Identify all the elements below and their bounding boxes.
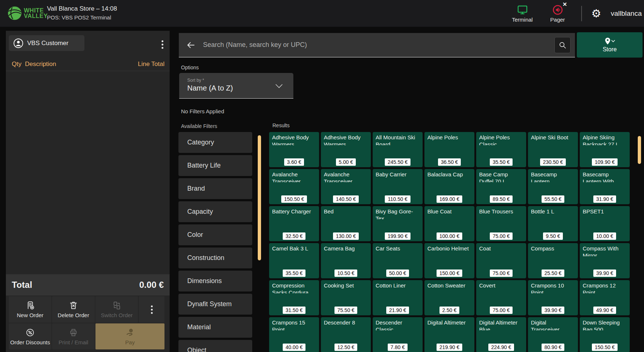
product-tile[interactable]: Bed 130.00 € xyxy=(321,206,371,241)
product-tile[interactable]: Avalanche Transceiver 150.50 € xyxy=(269,169,319,204)
filter-item[interactable]: Object xyxy=(178,340,252,352)
filter-item[interactable]: Dynafit System xyxy=(178,294,252,315)
product-tile[interactable]: BPSET1 10.00 € xyxy=(580,206,630,241)
product-tile[interactable]: Digital Altimeter 219.90 € xyxy=(424,317,474,352)
product-tile[interactable]: Descender Classic 7.80 € xyxy=(373,317,423,352)
filter-item[interactable]: Dimensions xyxy=(178,271,252,292)
product-tile[interactable]: Alpine Poles Classic 35.50 € xyxy=(476,132,526,167)
search-button[interactable] xyxy=(554,37,571,53)
product-price: 140.50 € xyxy=(333,195,359,203)
delete-order-button[interactable]: Delete Order xyxy=(52,296,95,323)
product-name: Bed xyxy=(321,206,371,219)
product-tile[interactable]: Adhesive Body Warmers 5.00 € xyxy=(321,132,371,167)
product-tile[interactable]: Cooking Set 75.50 € xyxy=(321,280,371,315)
product-tile[interactable]: Carbonio Helmet 150.00 € xyxy=(424,243,474,278)
product-price: 36.50 € xyxy=(438,158,461,166)
product-name: Crampons 10 Point xyxy=(528,280,578,293)
product-tile[interactable]: Blue Coat 100.00 € xyxy=(424,206,474,241)
order-discounts-button[interactable]: Order Discounts xyxy=(9,323,51,349)
filter-item[interactable]: Capacity xyxy=(178,201,252,222)
product-name: Cotton Sweater xyxy=(424,280,474,293)
product-tile[interactable]: Car Seats 50.00 € xyxy=(373,243,423,278)
pager-button[interactable]: ✕ Pager xyxy=(540,4,575,23)
product-tile[interactable]: Digital Altimeter Blue 224.90 € xyxy=(476,317,526,352)
filters-scrollbar[interactable] xyxy=(258,135,261,260)
customer-button[interactable]: VBS Customer xyxy=(9,35,84,51)
product-name: Battery Charger xyxy=(269,206,319,219)
product-name: Alpine Skiing Backpack 27 L xyxy=(580,132,630,145)
product-tile[interactable]: Bottle 1 L 9.50 € xyxy=(528,206,578,241)
product-tile[interactable]: Crampons 15 Point 40.00 € xyxy=(269,317,319,352)
product-price: 75.00 € xyxy=(490,232,513,240)
product-tile[interactable]: Basecamp Lantern 55.50 € xyxy=(528,169,578,204)
gear-icon[interactable]: ⚙ xyxy=(591,8,601,19)
product-tile[interactable]: Down Sleeping Bag 500 150.50 € xyxy=(580,317,630,352)
product-tile[interactable]: Compass With Mirror 39.90 € xyxy=(580,243,630,278)
product-tile[interactable]: Coat 75.00 € xyxy=(476,243,526,278)
product-name: Camel Bak 3 L xyxy=(269,243,319,256)
product-price: 5.00 € xyxy=(336,158,356,166)
pager-label: Pager xyxy=(550,16,565,23)
total-value: 0.00 € xyxy=(139,280,164,290)
product-tile[interactable]: Digital Transceiver 80.90 € xyxy=(528,317,578,352)
product-tile[interactable]: Bivy Bag Gore-Tex 199.90 € xyxy=(373,206,423,241)
product-tile[interactable]: Camel Bak 3 L 35.50 € xyxy=(269,243,319,278)
search-input[interactable] xyxy=(203,41,554,49)
no-filters-label: No Filters Applied xyxy=(181,108,224,114)
product-name: Avalanche Transceiver xyxy=(269,169,319,182)
cart-kebab-menu-icon[interactable] xyxy=(158,38,167,51)
product-tile[interactable]: Compass 25.50 € xyxy=(528,243,578,278)
description-column-label: Description xyxy=(25,60,138,68)
product-name: Cooking Set xyxy=(321,280,371,293)
filter-item[interactable]: Color xyxy=(178,224,252,245)
search-icon xyxy=(558,41,567,49)
product-tile[interactable]: All Mountain Ski Board 245.50 € xyxy=(373,132,423,167)
product-name: Covert xyxy=(476,280,526,293)
product-name: Digital Altimeter Blue xyxy=(476,317,526,330)
product-name: Basecamp Lantern xyxy=(528,169,578,182)
person-icon xyxy=(13,38,23,48)
filter-item[interactable]: Brand xyxy=(178,178,252,199)
product-tile[interactable]: Crampons 12 Point 49.90 € xyxy=(580,280,630,315)
product-name: Alpine Ski Boot xyxy=(528,132,578,145)
back-arrow-icon[interactable] xyxy=(186,40,196,50)
product-tile[interactable]: Cotton Sweater 2.50 € xyxy=(424,280,474,315)
pay-button[interactable]: Pay xyxy=(95,323,164,349)
product-price: 110.50 € xyxy=(385,195,410,203)
pay-icon xyxy=(125,328,135,337)
product-tile[interactable]: Descender 8 12.50 € xyxy=(321,317,371,352)
product-tile[interactable]: Crampons 10 Point 39.90 € xyxy=(528,280,578,315)
filter-item[interactable]: Battery Life xyxy=(178,155,252,176)
product-tile[interactable]: Alpine Skiing Backpack 27 L 109.90 € xyxy=(580,132,630,167)
product-name: Descender Classic xyxy=(373,317,423,330)
product-tile[interactable]: Camera Bag 10.50 € xyxy=(321,243,371,278)
product-tile[interactable]: Base Camp Duffel 70 L 89.50 € xyxy=(476,169,526,204)
filter-item[interactable]: Category xyxy=(178,132,252,153)
product-price: 245.50 € xyxy=(385,158,411,166)
pager-dismiss-icon[interactable]: ✕ xyxy=(562,1,567,8)
results-scrollbar[interactable] xyxy=(638,136,641,164)
product-price: 75.50 € xyxy=(334,307,358,314)
product-price: 55.50 € xyxy=(542,195,565,203)
product-tile[interactable]: Adhesive Body Warmers 3.60 € xyxy=(269,132,319,167)
product-tile[interactable]: Battery Charger 32.50 € xyxy=(269,206,319,241)
product-tile[interactable]: Cotton Liner 21.90 € xyxy=(373,280,423,315)
product-tile[interactable]: Avalanche Transceiver 140.50 € xyxy=(321,169,371,204)
product-tile[interactable]: Balaclava Cap 169.00 € xyxy=(424,169,474,204)
product-tile[interactable]: Blue Trousers 75.00 € xyxy=(476,206,526,241)
new-order-button[interactable]: New Order xyxy=(9,296,51,323)
filter-item[interactable]: Construction xyxy=(178,247,252,268)
store-button[interactable]: Store xyxy=(577,32,643,58)
filter-item[interactable]: Material xyxy=(178,317,252,338)
product-price: 31.50 € xyxy=(283,307,306,314)
product-tile[interactable]: Alpine Poles 36.50 € xyxy=(424,132,474,167)
product-tile[interactable]: Covert 75.00 € xyxy=(476,280,526,315)
product-tile[interactable]: Baby Carrier 110.50 € xyxy=(373,169,423,204)
product-tile[interactable]: Basecamp Lantern With 31.90 € xyxy=(580,169,630,204)
product-tile[interactable]: Compression Sacks Cordura 31.50 € xyxy=(269,280,319,315)
sort-by-select[interactable]: Sort by * Name (A to Z) xyxy=(179,73,293,99)
product-price: 10.00 € xyxy=(593,232,616,240)
more-actions-kebab-icon[interactable] xyxy=(139,296,164,323)
terminal-button[interactable]: Terminal xyxy=(505,4,540,23)
product-tile[interactable]: Alpine Ski Boot 230.50 € xyxy=(528,132,578,167)
